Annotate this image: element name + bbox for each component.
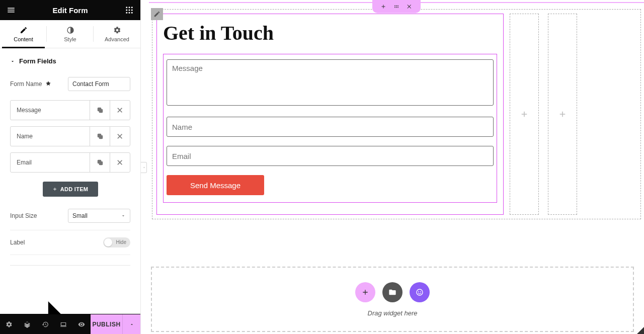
- collapse-panel-button[interactable]: [141, 162, 147, 173]
- svg-point-16: [396, 6, 397, 7]
- svg-point-19: [396, 7, 397, 8]
- section-buttons[interactable]: Buttons: [10, 266, 130, 314]
- form-name-input[interactable]: [68, 77, 130, 91]
- svg-point-8: [131, 12, 133, 14]
- tab-advanced[interactable]: Advanced: [94, 20, 140, 48]
- add-section-icon[interactable]: [380, 4, 386, 10]
- settings-icon[interactable]: [0, 314, 18, 334]
- hamburger-icon[interactable]: [6, 6, 16, 15]
- svg-point-4: [129, 10, 130, 11]
- duplicate-icon[interactable]: [90, 101, 110, 120]
- svg-point-2: [131, 7, 133, 8]
- dynamic-tags-icon[interactable]: [45, 80, 52, 88]
- field-item-name[interactable]: Name: [10, 126, 130, 146]
- submit-button[interactable]: Send Message: [167, 175, 264, 195]
- add-item-label: ADD ITEM: [60, 186, 89, 192]
- drag-section-icon[interactable]: [393, 4, 399, 10]
- field-item-label: Message: [11, 101, 90, 120]
- editor-panel: Edit Form Content Style Advanced Form Fi…: [0, 0, 141, 334]
- tab-style[interactable]: Style: [47, 20, 94, 48]
- svg-point-15: [394, 6, 395, 7]
- editor-canvas[interactable]: Get in Touch Send Message: [141, 0, 644, 334]
- field-item-label: Name: [11, 127, 90, 146]
- section-controls: [372, 0, 421, 13]
- add-item-button[interactable]: ADD ITEM: [43, 182, 98, 197]
- remove-icon[interactable]: [110, 101, 130, 120]
- duplicate-icon[interactable]: [90, 153, 110, 172]
- label-toggle[interactable]: Hide: [103, 237, 130, 247]
- tab-content[interactable]: Content: [0, 20, 47, 48]
- svg-point-0: [126, 7, 127, 8]
- remove-icon[interactable]: [110, 153, 130, 172]
- svg-point-1: [129, 7, 130, 8]
- field-item-email[interactable]: Email: [10, 152, 130, 173]
- submit-label: Send Message: [190, 181, 240, 190]
- delete-section-icon[interactable]: [407, 4, 413, 10]
- panel-body: Form Fields Form Name Message Name: [0, 48, 140, 314]
- message-field[interactable]: [167, 59, 494, 106]
- svg-rect-14: [98, 160, 101, 163]
- panel-title: Edit Form: [16, 6, 124, 15]
- panel-tabs: Content Style Advanced: [0, 20, 140, 48]
- panel-footer: PUBLISH: [0, 314, 140, 334]
- column-1[interactable]: Get in Touch Send Message: [156, 14, 504, 215]
- edit-widget-icon[interactable]: [151, 8, 163, 20]
- section-form-fields[interactable]: Form Fields: [10, 48, 130, 72]
- form-heading: Get in Touch: [163, 21, 497, 45]
- control-label: Label: [10, 239, 25, 246]
- responsive-icon[interactable]: [54, 314, 72, 334]
- svg-rect-10: [98, 108, 101, 111]
- email-field[interactable]: [167, 146, 494, 166]
- input-size-select[interactable]: Small: [68, 209, 130, 223]
- tab-label: Content: [14, 36, 33, 42]
- preview-icon[interactable]: [72, 314, 91, 334]
- drop-zone-hint: Drag widget here: [368, 309, 418, 317]
- control-label: Form Name: [10, 80, 42, 88]
- form-widget[interactable]: Get in Touch Send Message: [156, 14, 504, 215]
- duplicate-icon[interactable]: [90, 127, 110, 146]
- toggle-knob: [104, 238, 112, 246]
- chevron-down-icon: [121, 213, 126, 218]
- drop-zone[interactable]: Drag widget here: [151, 267, 634, 332]
- publish-button[interactable]: PUBLISH: [91, 314, 122, 334]
- toggle-state-label: Hide: [116, 237, 126, 247]
- field-list: Message Name Email: [10, 100, 130, 173]
- section-title: Form Fields: [19, 57, 56, 65]
- navigator-icon[interactable]: [18, 314, 36, 334]
- remove-icon[interactable]: [110, 127, 130, 146]
- field-item-message[interactable]: Message: [10, 100, 130, 120]
- svg-point-6: [126, 12, 127, 14]
- add-template-button[interactable]: [382, 282, 403, 302]
- apps-grid-icon[interactable]: [124, 6, 134, 15]
- control-input-size: Input Size Small: [10, 202, 130, 230]
- svg-point-23: [420, 291, 421, 292]
- svg-point-3: [126, 10, 127, 11]
- field-item-label: Email: [11, 153, 90, 172]
- control-form-name: Form Name: [10, 72, 130, 96]
- panel-header: Edit Form: [0, 0, 140, 20]
- svg-rect-12: [98, 134, 101, 137]
- select-value: Small: [72, 212, 88, 219]
- column-3[interactable]: [548, 14, 577, 215]
- column-2[interactable]: [510, 14, 539, 215]
- publish-label: PUBLISH: [92, 321, 120, 328]
- form-body: Send Message: [163, 54, 497, 203]
- add-widget-icon[interactable]: [510, 14, 538, 214]
- name-field[interactable]: [167, 117, 494, 137]
- publish-options-button[interactable]: [122, 314, 140, 334]
- drop-zone-buttons: [355, 282, 430, 302]
- tab-label: Advanced: [105, 36, 129, 42]
- history-icon[interactable]: [36, 314, 54, 334]
- favorites-button[interactable]: [410, 282, 430, 302]
- tab-label: Style: [64, 36, 76, 42]
- add-new-section-button[interactable]: [355, 282, 375, 302]
- columns-container: Get in Touch Send Message: [152, 9, 641, 219]
- svg-point-17: [397, 6, 398, 7]
- svg-point-18: [394, 7, 395, 8]
- resize-handle[interactable]: [637, 327, 644, 334]
- control-label-toggle: Label Hide: [10, 230, 130, 255]
- svg-point-20: [397, 7, 398, 8]
- page-section[interactable]: Get in Touch Send Message: [149, 0, 644, 226]
- svg-point-22: [418, 291, 419, 292]
- add-widget-icon[interactable]: [548, 14, 577, 214]
